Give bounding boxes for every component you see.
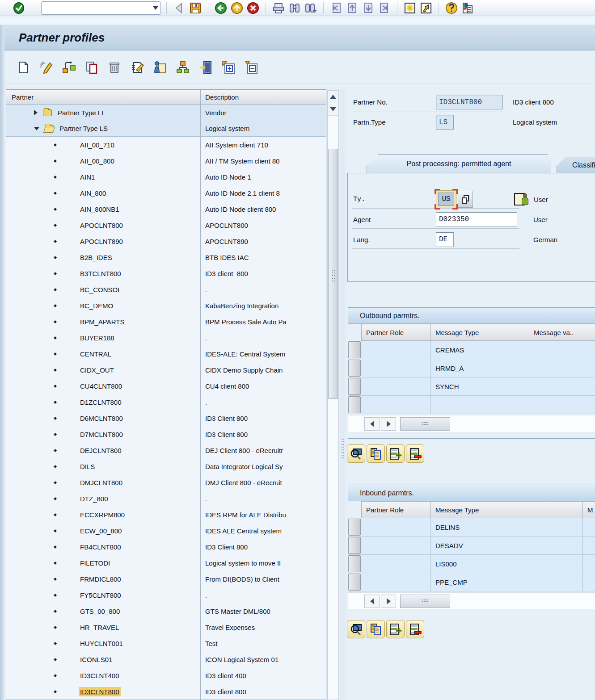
tree-row[interactable]: CIDX_OUTCIDX Demo Supply Chain: [6, 362, 326, 378]
tree-row[interactable]: CU4CLNT800CU4 client 800: [6, 378, 326, 394]
copy-agent-button[interactable]: [152, 60, 168, 75]
agent-type-field[interactable]: US: [436, 190, 456, 208]
copy-parameter-button[interactable]: [367, 620, 385, 638]
customize-layout-button[interactable]: [460, 1, 475, 15]
tree-row[interactable]: B3TCLNT800ID3 client 800: [6, 265, 326, 281]
tree-row[interactable]: ECCXRPM800IDES RPM for ALE Distribu: [6, 507, 326, 523]
tree-row[interactable]: AIN_800Auto ID Node 2.1 client 8: [6, 185, 326, 201]
tree-row[interactable]: AII_00_710AII System client 710: [6, 137, 326, 153]
column-message-variant[interactable]: M: [583, 501, 595, 518]
tree-row[interactable]: BC_DEMOKabaBenzing Integration: [6, 298, 326, 314]
tree-row[interactable]: BC_CONSOL.: [6, 281, 326, 298]
row-selector[interactable]: [348, 378, 361, 395]
display-parameter-button[interactable]: [347, 620, 365, 638]
tree-row[interactable]: ID3CLNT800ID3 client 800: [6, 683, 326, 700]
door-arrow-button[interactable]: [198, 60, 213, 75]
tree-row[interactable]: AIN1Auto ID Node 1: [6, 169, 326, 185]
back-button[interactable]: [214, 1, 228, 15]
expander-closed-icon[interactable]: [34, 110, 38, 115]
display-change-button[interactable]: [38, 60, 54, 75]
scroll-down-button[interactable]: [328, 103, 338, 116]
agent-field[interactable]: D023350: [436, 212, 517, 227]
find-button[interactable]: [287, 1, 302, 15]
tree-row[interactable]: D7MCLNT800ID3 Client 800: [6, 426, 326, 442]
column-partner-role[interactable]: Partner Role: [362, 501, 431, 518]
expander-open-icon[interactable]: [34, 127, 39, 130]
row-selector[interactable]: [348, 396, 361, 413]
hierarchy-button[interactable]: [175, 60, 190, 75]
tree-row[interactable]: ICONLS01ICON Logical System 01: [6, 651, 326, 667]
table-row[interactable]: [348, 396, 595, 414]
tree-column-partner[interactable]: Partner: [6, 90, 201, 104]
scrollbar-thumb[interactable]: [328, 149, 338, 399]
delete-button[interactable]: [107, 60, 122, 75]
scroll-up-button[interactable]: [328, 91, 338, 103]
tree-row[interactable]: ECW_00_800IDES ALE Central system: [6, 523, 326, 539]
exit-button[interactable]: [230, 1, 244, 15]
row-selector[interactable]: [348, 519, 361, 536]
row-selector[interactable]: [348, 574, 361, 591]
tree-row[interactable]: GTS_00_800GTS Master DML/800: [6, 603, 326, 619]
scroll-left-button[interactable]: [364, 417, 380, 431]
tree-row[interactable]: DMJCLNT800DMJ Client 800 - eRecruit: [6, 474, 326, 490]
tree-row[interactable]: AIN_800NB1Auto ID Node client 800: [6, 201, 326, 217]
create-shortcut-button[interactable]: [419, 1, 433, 15]
column-partner-role[interactable]: Partner Role: [362, 324, 431, 341]
column-message-type[interactable]: Message Type: [431, 501, 583, 518]
command-input[interactable]: [42, 2, 150, 14]
lang-field[interactable]: DE: [436, 232, 454, 247]
check-entries-button[interactable]: [130, 60, 145, 75]
tree-row[interactable]: DTZ_800.: [6, 490, 326, 507]
tree-row[interactable]: HUYCLNT001Test: [6, 635, 326, 651]
tree-row[interactable]: FB4CLNT800ID3 Client 800: [6, 539, 326, 555]
add-parameter-button[interactable]: [386, 444, 405, 463]
tree-row[interactable]: D1ZCLNT800.: [6, 394, 326, 410]
help-button[interactable]: [444, 1, 459, 15]
tree-row[interactable]: BPM_APARTSBPM Process Sale Auto Pa: [6, 314, 326, 330]
tree-row[interactable]: ID3CLNT400ID3 client 400: [6, 667, 326, 683]
scroll-left-button[interactable]: [364, 595, 380, 608]
command-dropdown-button[interactable]: [150, 2, 160, 14]
tree-vertical-scrollbar[interactable]: [327, 90, 339, 700]
tree-row[interactable]: APOCLNT800APOCLNT800: [6, 217, 326, 233]
last-page-button[interactable]: [377, 1, 392, 15]
tree-row[interactable]: B2B_IDESBTB IDES IAC: [6, 249, 326, 265]
column-message-variant[interactable]: Message va..: [529, 324, 595, 341]
tree-row[interactable]: BUYER188.: [6, 330, 326, 346]
delete-parameter-button[interactable]: [406, 620, 424, 638]
tree-row[interactable]: FILETODILogical system to move II: [6, 555, 326, 571]
tree-row[interactable]: FY5CLNT800.: [6, 587, 326, 603]
tree-row[interactable]: AII_00_800AII / TM System client 80: [6, 153, 326, 169]
tree-row[interactable]: DEJCLNT800DEJ Client 800 - eRecruitr: [6, 442, 326, 458]
inbound-hscrollbar[interactable]: [348, 592, 595, 609]
copy-button[interactable]: [84, 60, 99, 75]
tree-row[interactable]: DILSData Integrator Logical Sy: [6, 458, 326, 474]
page-up-button[interactable]: [345, 1, 359, 15]
row-selector[interactable]: [348, 555, 361, 572]
tree-row[interactable]: Partner Type LIVendor: [6, 105, 326, 121]
tree-row[interactable]: CENTRALIDES-ALE: Central System: [6, 346, 326, 362]
command-field[interactable]: [41, 1, 161, 15]
partner-type-field[interactable]: LS: [436, 115, 454, 130]
tree-row[interactable]: Partner Type LSLogical system: [6, 121, 326, 137]
previous-button[interactable]: [172, 1, 186, 15]
print-button[interactable]: [271, 1, 286, 15]
scrollbar-thumb[interactable]: [400, 417, 450, 431]
first-page-button[interactable]: [329, 1, 343, 15]
row-selector[interactable]: [348, 537, 361, 554]
tree-column-description[interactable]: Description: [201, 90, 326, 104]
cancel-button[interactable]: [246, 1, 260, 15]
table-row[interactable]: DELINS: [348, 518, 595, 537]
move-button[interactable]: [61, 60, 76, 75]
display-parameter-button[interactable]: [347, 444, 365, 463]
row-selector[interactable]: [348, 341, 361, 358]
table-row[interactable]: HRMD_A: [348, 359, 595, 377]
collapse-all-button[interactable]: [244, 60, 259, 75]
table-row[interactable]: CREMAS: [348, 341, 595, 359]
scroll-right-button[interactable]: [381, 595, 396, 608]
delete-parameter-button[interactable]: [406, 444, 424, 463]
row-selector[interactable]: [348, 360, 361, 377]
tree-row[interactable]: APOCLNT890APOCLNT890: [6, 233, 326, 249]
panel-splitter[interactable]: [340, 89, 346, 700]
table-row[interactable]: SYNCH: [348, 377, 595, 396]
